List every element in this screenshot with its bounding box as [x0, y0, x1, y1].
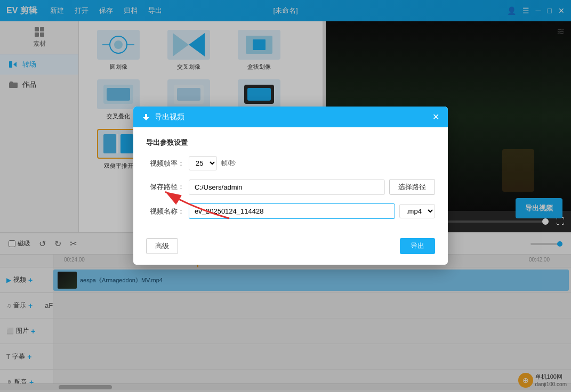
name-label: 视频名称：	[146, 207, 184, 216]
fps-select[interactable]: 25 30 60	[189, 156, 217, 170]
dialog-overlay: 导出视频 ✕ 导出参数设置 视频帧率： 25 30 60 帧/秒 保存路径： 选…	[0, 0, 571, 392]
dialog-header: 导出视频 ✕	[133, 107, 448, 127]
dialog-footer: 高级 导出	[133, 238, 448, 265]
dialog-header-left: 导出视频	[142, 112, 184, 122]
export-dialog[interactable]: 导出视频 ✕ 导出参数设置 视频帧率： 25 30 60 帧/秒 保存路径： 选…	[133, 107, 448, 265]
export-button[interactable]: 导出	[400, 238, 435, 254]
path-row: 保存路径： 选择路径	[146, 179, 435, 195]
ext-select[interactable]: .mp4 .avi .mov	[399, 204, 435, 218]
path-label: 保存路径：	[146, 182, 184, 192]
choose-path-button[interactable]: 选择路径	[389, 179, 435, 195]
dialog-body: 导出参数设置 视频帧率： 25 30 60 帧/秒 保存路径： 选择路径 视频名…	[133, 127, 448, 238]
svg-marker-24	[143, 114, 149, 120]
fps-label: 视频帧率：	[146, 159, 184, 168]
dialog-close-button[interactable]: ✕	[432, 112, 439, 122]
path-input[interactable]	[189, 179, 385, 195]
advanced-button[interactable]: 高级	[146, 238, 178, 254]
dialog-title: 导出视频	[155, 112, 184, 122]
fps-row: 视频帧率： 25 30 60 帧/秒	[146, 156, 435, 170]
dialog-section-title: 导出参数设置	[146, 138, 435, 148]
name-row: 视频名称： .mp4 .avi .mov	[146, 203, 435, 219]
export-header-icon	[142, 113, 150, 121]
filename-input[interactable]	[189, 203, 395, 219]
fps-unit: 帧/秒	[221, 159, 236, 168]
